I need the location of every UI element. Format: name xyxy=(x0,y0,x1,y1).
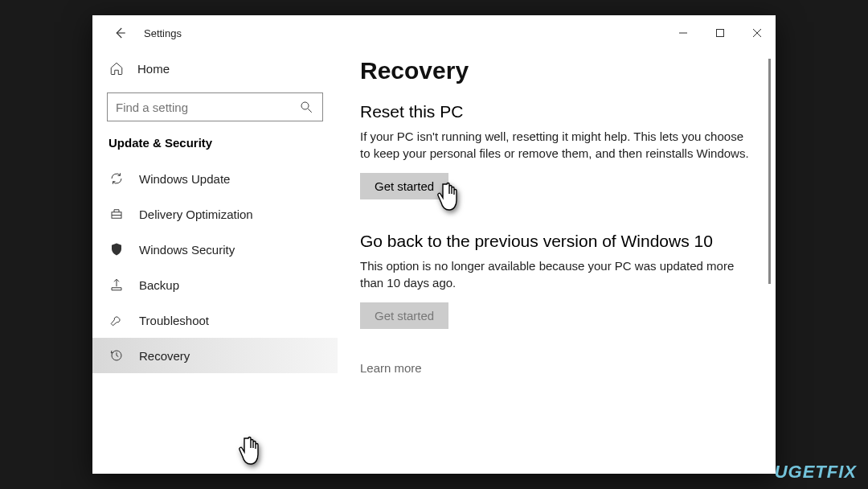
sidebar-item-label: Recovery xyxy=(139,349,190,363)
sync-icon xyxy=(108,171,125,187)
sidebar-item-windows-security[interactable]: Windows Security xyxy=(92,232,338,267)
section-desc: This option is no longer available becau… xyxy=(360,257,753,291)
sidebar-item-delivery-optimization[interactable]: Delivery Optimization xyxy=(92,196,338,232)
back-button[interactable] xyxy=(107,20,133,46)
sidebar-item-label: Windows Security xyxy=(139,243,235,257)
sidebar: Home Update & Security Windows Update xyxy=(92,51,338,474)
watermark: UGETFIX xyxy=(775,462,857,483)
search-input[interactable] xyxy=(116,101,298,114)
home-label: Home xyxy=(137,62,170,76)
get-started-goback-button: Get started xyxy=(360,302,448,329)
sidebar-item-label: Troubleshoot xyxy=(139,314,209,327)
section-reset-pc: Reset this PC If your PC isn't running w… xyxy=(360,102,753,199)
backup-icon xyxy=(108,277,125,293)
sidebar-item-backup[interactable]: Backup xyxy=(92,267,338,302)
get-started-reset-button[interactable]: Get started xyxy=(360,173,448,199)
maximize-button[interactable] xyxy=(702,20,739,46)
content-pane: Recovery Reset this PC If your PC isn't … xyxy=(338,51,776,474)
svg-line-5 xyxy=(308,109,312,113)
section-title: Reset this PC xyxy=(360,102,753,121)
search-icon xyxy=(298,99,314,115)
sidebar-home[interactable]: Home xyxy=(92,54,338,83)
sidebar-item-label: Windows Update xyxy=(139,172,230,186)
sidebar-item-troubleshoot[interactable]: Troubleshoot xyxy=(92,302,338,338)
sidebar-item-windows-update[interactable]: Windows Update xyxy=(92,161,338,196)
window-title: Settings xyxy=(144,27,182,39)
search-box[interactable] xyxy=(107,92,323,121)
minimize-button[interactable] xyxy=(665,20,702,46)
recovery-icon xyxy=(108,347,125,364)
shield-icon xyxy=(108,241,125,257)
sidebar-item-recovery[interactable]: Recovery xyxy=(92,338,338,373)
svg-rect-1 xyxy=(717,30,724,37)
sidebar-category: Update & Security xyxy=(92,133,338,161)
scrollbar[interactable] xyxy=(768,59,771,284)
settings-window: Settings Home xyxy=(92,15,776,474)
wrench-icon xyxy=(108,312,125,328)
page-title: Recovery xyxy=(360,57,753,84)
home-icon xyxy=(108,60,125,76)
titlebar: Settings xyxy=(92,15,776,51)
section-title: Go back to the previous version of Windo… xyxy=(360,232,753,251)
learn-more-link[interactable]: Learn more xyxy=(360,361,753,375)
delivery-icon xyxy=(108,206,125,222)
close-button[interactable] xyxy=(739,20,776,46)
svg-point-4 xyxy=(301,102,309,109)
sidebar-item-label: Delivery Optimization xyxy=(139,208,253,221)
section-desc: If your PC isn't running well, resetting… xyxy=(360,128,753,162)
section-go-back: Go back to the previous version of Windo… xyxy=(360,232,753,329)
sidebar-item-label: Backup xyxy=(139,278,179,292)
window-controls xyxy=(665,20,776,46)
